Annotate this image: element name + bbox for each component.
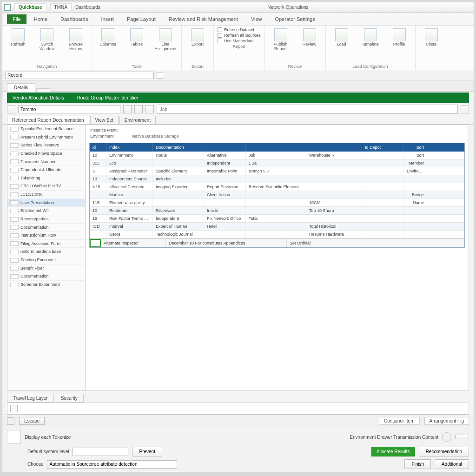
sidebar-item[interactable]: User Presentation: [7, 199, 85, 207]
ribbon-template-button[interactable]: Template: [358, 27, 383, 48]
sidebar-item[interactable]: Filing Accessed Form: [7, 240, 85, 248]
sidebar-item[interactable]: uniform burdens base: [7, 248, 85, 256]
sidebar-item[interactable]: Series Flow Reserve: [7, 141, 85, 150]
cell: Inside: [204, 207, 246, 214]
ribbon-tab[interactable]: Review and Risk Management: [163, 14, 244, 24]
banner-left: Vendor Allocation Details: [13, 95, 64, 100]
table-row[interactable]: N15Allocated PresentationImaging Exporte…: [90, 183, 464, 191]
title-tab-doc[interactable]: TMNA: [50, 3, 72, 11]
ribbon-tab[interactable]: View: [245, 14, 268, 24]
ribbon-tab[interactable]: Operator Settings: [270, 14, 321, 24]
ribbon-profile-button[interactable]: Profile: [387, 27, 411, 48]
name-box[interactable]: [5, 72, 154, 79]
sidebar-item[interactable]: CR/U OWR M P. HBV: [7, 182, 85, 191]
title-tab-product[interactable]: Quickbase: [14, 3, 46, 11]
tab-details[interactable]: Details: [7, 83, 35, 92]
sidebar-item[interactable]: Benefit Flyer: [7, 264, 85, 273]
table-row[interactable]: 16Risk Factor Terms VelIndependentFix Ne…: [90, 215, 464, 223]
column-header[interactable]: Documentation: [153, 143, 204, 152]
tool-icon[interactable]: [145, 105, 154, 113]
sidebar-item[interactable]: Entitlement Wfr: [7, 207, 85, 215]
help-icon[interactable]: [442, 432, 451, 442]
sidebar-item[interactable]: Instructionium Row: [7, 231, 85, 240]
sidebar-item[interactable]: Screener Experiment: [7, 281, 85, 289]
sidebar-item[interactable]: Tokenizing: [7, 174, 85, 183]
additional-button[interactable]: Additional: [435, 459, 469, 469]
ribbon-load-button[interactable]: Load: [330, 27, 354, 48]
ribbon-tables-button[interactable]: Tables: [125, 27, 149, 48]
app-icon: [4, 4, 11, 11]
allocate-button[interactable]: Allocate Results: [371, 447, 415, 456]
sidebar-item[interactable]: Dependent & Ultimate: [7, 166, 85, 174]
sidebar-item[interactable]: Specific Entitlement Balance: [7, 125, 85, 133]
fx-icon[interactable]: [157, 72, 163, 79]
tool-icon[interactable]: [134, 105, 143, 113]
column-header[interactable]: Id Depot: [362, 143, 404, 152]
sidebar-item[interactable]: Reverseparties: [7, 215, 85, 224]
ribbon-tab[interactable]: Dashboards: [55, 14, 93, 24]
table-row[interactable]: ICDIntervalExpert of HumanHotelTotal His…: [90, 223, 464, 231]
panel-icon[interactable]: [10, 405, 18, 412]
column-header[interactable]: [246, 143, 306, 152]
checkbox[interactable]: [218, 33, 222, 38]
subtab[interactable]: View Set: [90, 116, 119, 124]
ribbon-line-button[interactable]: Line Assignment: [153, 27, 178, 53]
tab-blank[interactable]: [36, 88, 50, 92]
subtab[interactable]: Referenced Report Documentation: [7, 116, 89, 124]
ribbon-publish-button[interactable]: Publish Report: [269, 27, 293, 53]
lower-tab[interactable]: Travel Log Layer: [7, 394, 54, 403]
checkbox[interactable]: [218, 27, 222, 32]
ribbon-close-button[interactable]: Close: [419, 27, 443, 48]
table-row[interactable]: 5Assigned ParameterSpecific ElementImpor…: [90, 167, 464, 175]
column-header[interactable]: Index: [106, 143, 153, 152]
column-header[interactable]: Sort: [404, 143, 427, 152]
search-go-icon[interactable]: [461, 105, 469, 113]
ribbon-tab[interactable]: Page Layout: [121, 14, 161, 24]
table-row[interactable]: 315JobIndependent1 JaMember: [90, 159, 464, 167]
grid-body: 10EnvironmentRouteAlternativeJobWarehous…: [90, 152, 464, 238]
ribbon-columns-button[interactable]: Columns: [96, 27, 120, 48]
finish-button[interactable]: Finish: [404, 459, 431, 469]
column-header[interactable]: id: [90, 143, 106, 152]
ribbon-tab[interactable]: Home: [28, 14, 53, 24]
sidebar-item[interactable]: Checked Flows Space: [7, 150, 85, 158]
table-row[interactable]: 10EnvironmentRouteAlternativeJobWarehous…: [90, 152, 464, 159]
ribbon-history-button[interactable]: Browse History: [64, 27, 88, 53]
table-row[interactable]: 115Elementwise ability10GMName: [90, 199, 464, 207]
ribbon-tab[interactable]: Insert: [95, 14, 119, 24]
recommendation-button[interactable]: Recommendation: [419, 447, 469, 456]
ribbon-export-button[interactable]: Export: [185, 27, 210, 48]
footer-right-button[interactable]: [455, 435, 469, 439]
sidebar-item[interactable]: Documentation: [7, 272, 85, 281]
subtab[interactable]: Environment: [119, 116, 156, 124]
ribbon-tab-file[interactable]: File: [7, 14, 26, 24]
checkbox[interactable]: [218, 39, 222, 43]
ribbon-switch-button[interactable]: Switch Window: [35, 27, 59, 53]
table-row[interactable]: UsersTechnologic JournalResume Hardware: [90, 231, 464, 238]
ribbon-review-button[interactable]: Review: [298, 27, 322, 48]
tool-icon[interactable]: [123, 105, 132, 113]
sidebar[interactable]: Specific Entitlement BalancePresent Hybr…: [7, 125, 86, 390]
footer-input[interactable]: [73, 448, 128, 456]
sidebar-item[interactable]: Sending Encounter: [7, 256, 85, 264]
search-input[interactable]: [157, 105, 458, 114]
lower-tab[interactable]: Security: [55, 394, 84, 403]
table-row[interactable]: MantiraClient ActionBridge: [90, 191, 464, 199]
prevent-button[interactable]: Prevent: [132, 447, 162, 456]
ribbon-refresh-button[interactable]: Refresh: [6, 27, 30, 48]
tool-icon[interactable]: [7, 105, 15, 113]
footer-input[interactable]: [47, 460, 177, 469]
escape-button[interactable]: Escape: [19, 417, 45, 425]
filter-input[interactable]: [18, 105, 120, 113]
table-row[interactable]: 10RestreamSilverwareInsideTab 10 Sharp: [90, 207, 464, 215]
status-pill[interactable]: Arrangement Fig: [424, 417, 469, 425]
status-pill[interactable]: Container Item: [379, 417, 420, 425]
sidebar-item[interactable]: JC1:31:0N0: [7, 191, 85, 199]
sidebar-item[interactable]: Present Hybrid Environment: [7, 133, 85, 142]
sidebar-item[interactable]: Document Number: [7, 158, 85, 166]
table-row[interactable]: 13Independent SourceIncludes: [90, 175, 464, 183]
sidebar-item[interactable]: Documentation: [7, 224, 85, 232]
column-header[interactable]: [204, 143, 246, 152]
footer-marker[interactable]: [90, 239, 101, 247]
column-header[interactable]: [306, 143, 362, 152]
